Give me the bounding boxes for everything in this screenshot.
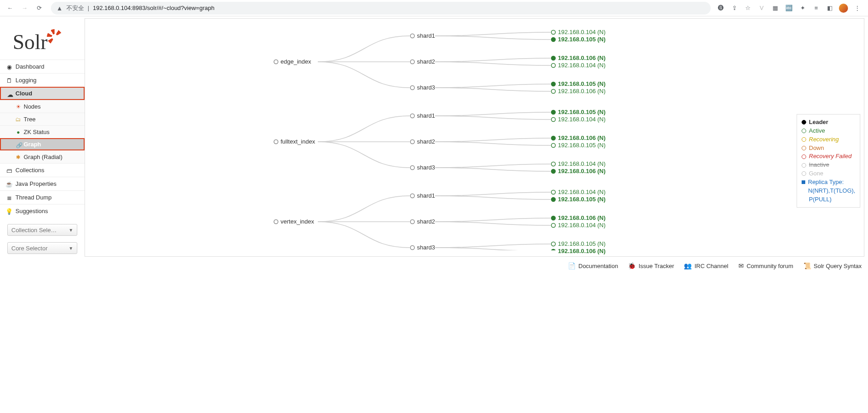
- footer-issue-tracker[interactable]: 🐞Issue Tracker: [628, 262, 674, 269]
- replica-label[interactable]: 192.168.0.105 (N): [558, 240, 606, 247]
- address-bar[interactable]: ▲ 不安全 | 192.168.0.104:8983/solr/#/~cloud…: [51, 2, 711, 15]
- footer-documentation[interactable]: 📄Documentation: [568, 262, 618, 269]
- collection-label[interactable]: edge_index: [281, 58, 311, 65]
- kebab-menu-icon[interactable]: ⋮: [853, 4, 862, 13]
- replica-label[interactable]: 192.168.0.106 (N): [558, 214, 606, 221]
- legend-gone-icon: [802, 171, 806, 176]
- extensions-puzzle-icon[interactable]: ✦: [798, 4, 807, 13]
- shard-label[interactable]: shard1: [417, 32, 435, 39]
- footer-links: 📄Documentation 🐞Issue Tracker 👥IRC Chann…: [0, 259, 868, 273]
- profile-avatar[interactable]: [839, 4, 848, 13]
- replica-label[interactable]: 192.168.0.104 (N): [558, 222, 606, 229]
- graph-legend: Leader Active Recovering Down Recovery F…: [797, 114, 860, 208]
- footer-community-forum[interactable]: ✉Community forum: [738, 262, 793, 269]
- shard-label[interactable]: shard2: [417, 58, 435, 65]
- replica-label[interactable]: 192.168.0.105 (N): [558, 109, 606, 115]
- shard-label[interactable]: shard3: [417, 84, 435, 91]
- nav-logging[interactable]: 🗒 Logging: [0, 73, 85, 87]
- svg-point-5: [411, 60, 415, 64]
- bookmark-star-icon[interactable]: ☆: [743, 4, 753, 13]
- svg-point-14: [552, 144, 556, 148]
- core-selector[interactable]: Core Selector ▼: [7, 242, 77, 254]
- extension-grid-icon[interactable]: ▦: [771, 4, 780, 13]
- replica-label[interactable]: 192.168.0.106 (N): [558, 55, 606, 61]
- translate-icon[interactable]: 🅖: [716, 4, 725, 13]
- replica-label[interactable]: 192.168.0.104 (N): [558, 189, 606, 195]
- shard-label[interactable]: shard2: [417, 218, 435, 225]
- shard-label[interactable]: shard3: [417, 244, 435, 251]
- svg-point-15: [411, 140, 415, 144]
- nav-cloud-tree[interactable]: 🗂 Tree: [0, 113, 85, 125]
- replica-label[interactable]: 192.168.0.106 (N): [558, 134, 606, 141]
- shard-label[interactable]: shard1: [417, 192, 435, 199]
- insecure-icon: ▲: [56, 5, 63, 12]
- svg-point-4: [552, 64, 556, 68]
- svg-point-29: [274, 220, 278, 224]
- svg-point-1: [552, 38, 556, 42]
- replica-label[interactable]: 192.168.0.104 (N): [558, 29, 606, 35]
- svg-point-27: [552, 249, 556, 251]
- nav-cloud-nodes[interactable]: ☀ Nodes: [0, 100, 85, 113]
- shard-label[interactable]: shard2: [417, 138, 435, 145]
- nav-cloud-zkstatus[interactable]: ● ZK Status: [0, 125, 85, 138]
- svg-point-24: [552, 224, 556, 228]
- footer-query-syntax[interactable]: 📜Solr Query Syntax: [803, 262, 862, 269]
- forward-button[interactable]: →: [18, 2, 31, 15]
- chevron-down-icon: ▼: [69, 246, 73, 251]
- side-panel-icon[interactable]: ◧: [825, 4, 834, 13]
- replica-label[interactable]: 192.168.0.105 (N): [558, 142, 606, 149]
- graph-icon: 🔗: [15, 142, 23, 149]
- extension-gtranslate-icon[interactable]: 🔤: [784, 4, 793, 13]
- replica-label[interactable]: 192.168.0.105 (N): [558, 80, 606, 87]
- replica-label[interactable]: 192.168.0.104 (N): [558, 116, 606, 123]
- nav-collections[interactable]: 🗃 Collections: [0, 163, 85, 177]
- extension-v-icon[interactable]: V: [757, 4, 766, 13]
- svg-point-0: [552, 30, 556, 35]
- nav-cloud-graph-radial[interactable]: ✱ Graph (Radial): [0, 150, 85, 163]
- reading-list-icon[interactable]: ≡: [812, 4, 821, 13]
- svg-point-10: [552, 110, 556, 114]
- svg-point-16: [552, 162, 556, 166]
- browser-toolbar: ← → ⟳ ▲ 不安全 | 192.168.0.104:8983/solr/#/…: [0, 0, 868, 16]
- nav-thread-dump[interactable]: ≣ Thread Dump: [0, 190, 85, 204]
- nodes-icon: ☀: [15, 103, 22, 110]
- replica-label[interactable]: 192.168.0.105 (N): [558, 36, 606, 43]
- reload-button[interactable]: ⟳: [33, 2, 45, 15]
- nav-dashboard[interactable]: ◉ Dashboard: [0, 60, 85, 73]
- back-button[interactable]: ←: [4, 2, 16, 15]
- svg-point-26: [552, 242, 556, 246]
- collection-label[interactable]: vertex_index: [281, 218, 314, 225]
- replica-label[interactable]: 192.168.0.106 (N): [558, 248, 606, 254]
- svg-point-25: [411, 220, 415, 224]
- replica-label[interactable]: 192.168.0.104 (N): [558, 62, 606, 69]
- svg-point-6: [552, 82, 556, 86]
- tree-icon: 🗂: [15, 116, 22, 123]
- replica-label[interactable]: 192.168.0.105 (N): [558, 196, 606, 203]
- shard-label[interactable]: shard1: [417, 112, 435, 119]
- nav-cloud[interactable]: ☁ Cloud: [0, 87, 85, 100]
- legend-recovering-icon: [802, 137, 806, 142]
- collection-label[interactable]: fulltext_index: [281, 138, 315, 145]
- replica-label[interactable]: 192.168.0.106 (N): [558, 168, 606, 174]
- java-icon: ☕: [5, 180, 13, 188]
- svg-point-19: [274, 140, 278, 144]
- logo-flare-icon: [47, 29, 62, 45]
- svg-point-9: [274, 60, 278, 64]
- nav-suggestions[interactable]: 💡 Suggestions: [0, 204, 85, 218]
- legend-down-icon: [802, 146, 806, 150]
- nav-cloud-graph[interactable]: 🔗 Graph: [0, 138, 85, 150]
- collection-selector[interactable]: Collection Sele… ▼: [7, 224, 77, 236]
- svg-point-28: [411, 246, 415, 250]
- shard-label[interactable]: shard3: [417, 164, 435, 171]
- script-icon: 📜: [803, 262, 811, 269]
- svg-point-18: [411, 166, 415, 170]
- share-icon[interactable]: ⇪: [730, 4, 739, 13]
- doc-icon: 📄: [568, 262, 576, 269]
- replica-label[interactable]: 192.168.0.104 (N): [558, 160, 606, 167]
- replica-label[interactable]: 192.168.0.106 (N): [558, 88, 606, 95]
- content-panel: 192.168.0.104 (N)192.168.0.105 (N)shard1…: [85, 18, 864, 257]
- footer-irc-channel[interactable]: 👥IRC Channel: [684, 262, 728, 269]
- svg-point-20: [552, 190, 556, 194]
- collections-icon: 🗃: [5, 167, 13, 174]
- nav-java-properties[interactable]: ☕ Java Properties: [0, 177, 85, 190]
